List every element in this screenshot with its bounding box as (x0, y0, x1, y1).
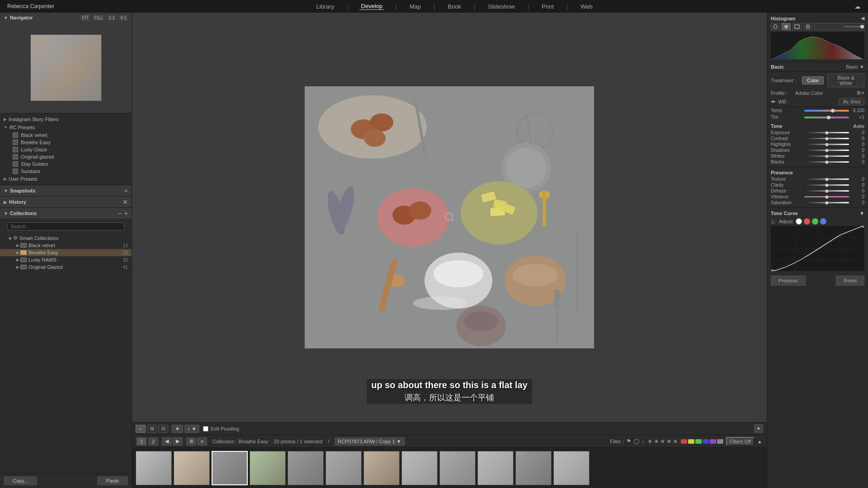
collections-header[interactable]: ▼ Collections − + (0, 208, 132, 219)
tone-curve-white-circle[interactable] (796, 218, 802, 225)
profile-list-icon[interactable]: ≡ (862, 90, 864, 96)
preset-original-glazed[interactable]: Original glazed (9, 153, 132, 160)
exposure-thumb[interactable] (825, 131, 828, 134)
collection-lusty-raws[interactable]: ▶ Lusty RAWS 20 (0, 256, 132, 263)
history-header[interactable]: ▶ History ✕ (0, 197, 132, 207)
collections-remove-btn[interactable]: − (118, 210, 122, 217)
single-view-mode-btn[interactable]: ▪ (136, 425, 146, 433)
cloud-sync-icon[interactable]: ☁ (854, 3, 861, 10)
smart-collections-item[interactable]: ▶ ⚙ Smart Collections (0, 234, 132, 242)
tone-curve-blue-circle[interactable] (820, 218, 826, 225)
histogram-collapse-icon[interactable]: ◀ (861, 15, 864, 21)
filter-flag-icon[interactable]: ⚑ (627, 438, 631, 444)
filmstrip-sort-btn[interactable]: ↕ ▼ (184, 425, 199, 433)
film-thumb-8[interactable]: 8 (401, 451, 438, 485)
soft-proofing-toggle[interactable]: Soft Proofing (203, 426, 239, 432)
saturation-track[interactable] (804, 202, 849, 203)
nav-develop[interactable]: Develop (359, 3, 385, 10)
tint-slider-track[interactable] (804, 117, 849, 118)
histogram-mode-4-btn[interactable] (803, 23, 812, 30)
clarity-track[interactable] (804, 184, 849, 186)
wb-eyedropper-icon[interactable]: ✒ (771, 98, 776, 105)
filters-off-btn[interactable]: Filters Off (726, 437, 755, 446)
nav-web[interactable]: Web (579, 3, 594, 10)
histogram-brightness-slider[interactable] (814, 23, 864, 30)
film-thumb-4[interactable]: 4 (250, 451, 286, 485)
collection-original-glazed[interactable]: ▶ Original Glazed 41 (0, 263, 132, 271)
nav-print[interactable]: Print (540, 3, 556, 10)
highlights-track[interactable] (804, 144, 849, 145)
nav-4-1-btn[interactable]: 4:1 (119, 15, 128, 21)
basic-dropdown-btn[interactable]: Basic ▼ (846, 64, 864, 70)
histogram-mode-1-btn[interactable] (771, 23, 780, 30)
preset-stay-golden[interactable]: Stay Golden (9, 160, 132, 168)
star-2[interactable]: ★ (654, 438, 659, 445)
film-thumb-1[interactable]: 1 (136, 451, 172, 485)
vibrance-track[interactable] (804, 196, 849, 197)
reset-btn[interactable]: Reset (836, 276, 864, 286)
compare-view-mode-btn[interactable]: ⊟ (158, 425, 168, 433)
preset-black-velvet[interactable]: Black velvet (9, 131, 132, 139)
nav-1-1-btn[interactable]: 1:1 (107, 15, 116, 21)
preset-lusty-glaze[interactable]: Lusty Glaze (9, 146, 132, 153)
whites-thumb[interactable] (825, 155, 828, 158)
tone-curve-red-circle[interactable] (804, 218, 810, 225)
preset-breathe-easy[interactable]: Breathe Easy (9, 139, 132, 146)
shadows-thumb[interactable] (825, 149, 828, 152)
tint-slider-thumb[interactable] (827, 116, 830, 119)
navigator-header[interactable]: ▼ Navigator FIT FILL 1:1 4:1 (0, 13, 132, 23)
dehaze-track[interactable] (804, 190, 849, 192)
whites-track[interactable] (804, 155, 849, 157)
nav-fill-btn[interactable]: FILL (93, 15, 104, 21)
filmstrip-options-btn[interactable]: ▼ (172, 425, 183, 433)
collections-add-btn[interactable]: + (124, 210, 128, 217)
nav-slideshow[interactable]: Slideshow (486, 3, 516, 10)
film-thumb-10[interactable]: 10 (477, 451, 514, 485)
star-1[interactable]: ★ (647, 438, 653, 445)
star-3[interactable]: ★ (660, 438, 665, 445)
tone-curve-graph[interactable] (771, 226, 864, 271)
nav-fit-btn[interactable]: FIT (80, 15, 90, 21)
saturation-thumb[interactable] (825, 201, 828, 204)
color-label-red[interactable] (681, 439, 687, 444)
preset-group-rc-header[interactable]: ▼ RC Presets (0, 123, 132, 131)
file-name-btn[interactable]: RCP07873.ARW / Copy 1 ▼ (335, 437, 404, 446)
film-thumb-7[interactable]: 7 (363, 451, 400, 485)
star-4[interactable]: ★ (666, 438, 672, 445)
next-page-btn[interactable]: ▶ (173, 437, 183, 446)
exposure-track[interactable] (804, 132, 849, 133)
filter-color-icon[interactable]: ◯ (634, 438, 639, 444)
film-thumb-3[interactable]: 3 (212, 451, 248, 485)
filter-sort-icon[interactable]: ↕ (642, 439, 645, 444)
contrast-thumb[interactable] (825, 137, 828, 140)
nav-library[interactable]: Library (314, 3, 336, 10)
color-label-green[interactable] (695, 439, 702, 444)
nav-book[interactable]: Book (446, 3, 463, 10)
temp-slider-thumb[interactable] (831, 109, 835, 113)
previous-btn[interactable]: Previous (771, 276, 806, 286)
grid-toggle-btn[interactable]: ⊞ (186, 437, 196, 446)
wb-value-btn[interactable]: As Shot (839, 98, 864, 105)
page-1-btn[interactable]: 1 (137, 437, 146, 446)
collections-search-input[interactable] (7, 222, 124, 230)
star-5[interactable]: ★ (673, 438, 678, 445)
tone-auto-btn[interactable]: Auto (853, 123, 864, 129)
profile-grid-icon[interactable]: ⊞ (857, 90, 861, 96)
film-thumb-5[interactable]: 5 (288, 451, 324, 485)
snapshots-add-btn[interactable]: + (124, 187, 128, 194)
tone-curve-green-circle[interactable] (812, 218, 818, 225)
temp-slider-track[interactable] (804, 110, 849, 112)
filmstrip-collapse-btn[interactable]: ▾ (754, 424, 763, 433)
history-clear-btn[interactable]: ✕ (123, 198, 128, 206)
copy-btn[interactable]: Copy... (4, 476, 37, 485)
film-thumb-11[interactable]: 11 (515, 451, 552, 485)
color-label-grey[interactable] (717, 439, 723, 444)
treatment-bw-btn[interactable]: Black & White (827, 74, 864, 87)
collection-breathe-easy[interactable]: ▶ Breathe Easy 20 (0, 249, 132, 256)
color-label-yellow[interactable] (688, 439, 694, 444)
preset-sundaze[interactable]: Sundaze (9, 168, 132, 175)
snapshots-header[interactable]: ▼ Snapshots + (0, 185, 132, 196)
treatment-color-btn[interactable]: Color (802, 76, 824, 84)
paste-btn[interactable]: Paste (97, 476, 128, 485)
vibrance-thumb[interactable] (825, 195, 828, 198)
